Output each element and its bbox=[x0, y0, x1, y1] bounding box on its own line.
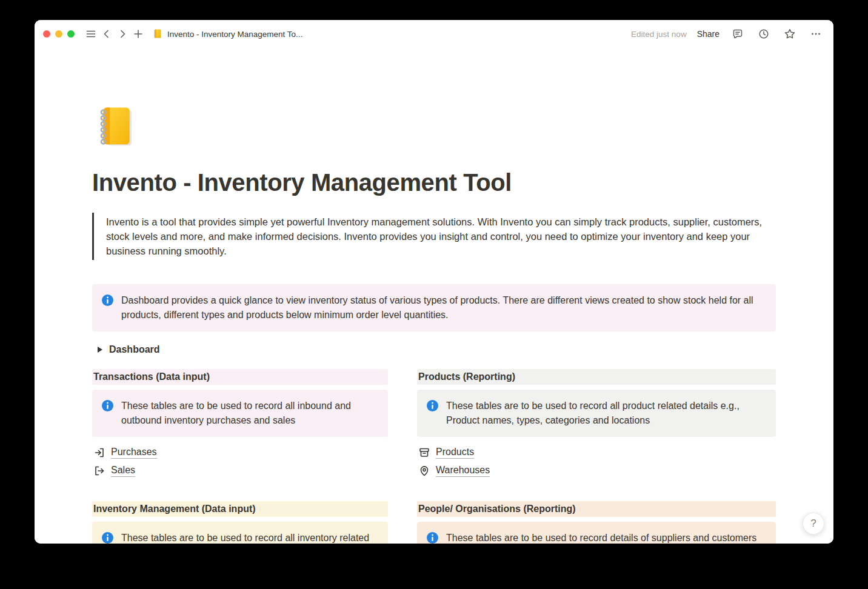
people-callout-text: These tables are to be used to record de… bbox=[446, 531, 756, 544]
columns-row-2: Inventory Management (Data input) These … bbox=[92, 501, 776, 544]
dashboard-toggle[interactable]: Dashboard bbox=[92, 344, 776, 355]
link-products[interactable]: Products bbox=[417, 444, 776, 461]
favorite-star-icon[interactable] bbox=[782, 26, 798, 42]
notion-window: Invento - Inventory Management To... Edi… bbox=[35, 20, 833, 544]
link-products-label: Products bbox=[436, 447, 474, 459]
transactions-callout[interactable]: These tables are to be used to record al… bbox=[92, 390, 388, 437]
tab-title: Invento - Inventory Management To... bbox=[167, 30, 302, 39]
back-icon[interactable] bbox=[99, 26, 115, 42]
zoom-window-button[interactable] bbox=[67, 30, 75, 38]
page-title[interactable]: Invento - Inventory Management Tool bbox=[92, 169, 776, 196]
archive-box-icon bbox=[418, 447, 430, 459]
close-window-button[interactable] bbox=[43, 30, 50, 38]
edited-status: Edited just now bbox=[631, 30, 687, 39]
info-icon bbox=[102, 532, 113, 544]
minimize-window-button[interactable] bbox=[55, 30, 62, 38]
notebook-icon bbox=[152, 28, 163, 39]
traffic-lights bbox=[43, 30, 75, 38]
inventory-callout[interactable]: These tables are to be used to record al… bbox=[92, 522, 388, 544]
intro-quote[interactable]: Invento is a tool that provides simple y… bbox=[92, 213, 764, 260]
column-transactions: Transactions (Data input) These tables a… bbox=[92, 369, 388, 479]
desktop-background: Invento - Inventory Management To... Edi… bbox=[0, 0, 868, 589]
new-tab-icon[interactable] bbox=[130, 26, 146, 42]
link-warehouses[interactable]: Warehouses bbox=[417, 462, 776, 479]
page-icon-notebook[interactable] bbox=[92, 104, 139, 151]
column-products: Products (Reporting) These tables are to… bbox=[417, 369, 776, 479]
link-warehouses-label: Warehouses bbox=[436, 465, 490, 477]
column-people-organisations: People/ Organisations (Reporting) These … bbox=[417, 501, 776, 544]
sidebar-toggle-icon[interactable] bbox=[83, 26, 99, 42]
link-sales[interactable]: Sales bbox=[92, 462, 388, 479]
page-content: Invento - Inventory Management Tool Inve… bbox=[35, 48, 833, 544]
products-callout-text: These tables are to be used to record al… bbox=[446, 399, 766, 428]
forward-icon[interactable] bbox=[115, 26, 130, 42]
window-tab[interactable]: Invento - Inventory Management To... bbox=[152, 28, 302, 39]
section-header-transactions[interactable]: Transactions (Data input) bbox=[92, 369, 388, 385]
link-purchases[interactable]: Purchases bbox=[92, 444, 388, 461]
link-purchases-label: Purchases bbox=[111, 447, 157, 459]
columns-row-1: Transactions (Data input) These tables a… bbox=[92, 369, 776, 479]
info-icon bbox=[102, 400, 113, 411]
info-icon bbox=[427, 532, 438, 544]
more-options-icon[interactable] bbox=[808, 26, 824, 42]
share-button[interactable]: Share bbox=[697, 29, 719, 39]
section-header-people-organisations[interactable]: People/ Organisations (Reporting) bbox=[417, 501, 776, 517]
column-inventory-management: Inventory Management (Data input) These … bbox=[92, 501, 388, 544]
titlebar-actions: Edited just now Share bbox=[631, 26, 824, 42]
people-callout[interactable]: These tables are to be used to record de… bbox=[417, 522, 776, 544]
transactions-callout-text: These tables are to be used to record al… bbox=[121, 399, 378, 428]
location-pin-icon bbox=[418, 465, 430, 477]
import-icon bbox=[93, 447, 105, 459]
dashboard-callout-text: Dashboard provides a quick glance to vie… bbox=[121, 293, 766, 322]
section-header-inventory-management[interactable]: Inventory Management (Data input) bbox=[92, 501, 388, 517]
history-clock-icon[interactable] bbox=[756, 26, 772, 42]
info-icon bbox=[102, 294, 113, 306]
inventory-callout-text: These tables are to be used to record al… bbox=[121, 531, 378, 544]
export-icon bbox=[93, 465, 105, 477]
toggle-triangle-icon[interactable] bbox=[98, 347, 102, 353]
products-callout[interactable]: These tables are to be used to record al… bbox=[417, 390, 776, 437]
dashboard-callout[interactable]: Dashboard provides a quick glance to vie… bbox=[92, 284, 776, 331]
titlebar: Invento - Inventory Management To... Edi… bbox=[35, 20, 833, 48]
dashboard-toggle-label: Dashboard bbox=[109, 344, 160, 355]
help-button[interactable]: ? bbox=[803, 513, 824, 534]
section-header-products[interactable]: Products (Reporting) bbox=[417, 369, 776, 385]
info-icon bbox=[427, 400, 438, 411]
intro-quote-text: Invento is a tool that provides simple y… bbox=[106, 215, 764, 258]
link-sales-label: Sales bbox=[111, 465, 135, 477]
comments-icon[interactable] bbox=[730, 26, 746, 42]
